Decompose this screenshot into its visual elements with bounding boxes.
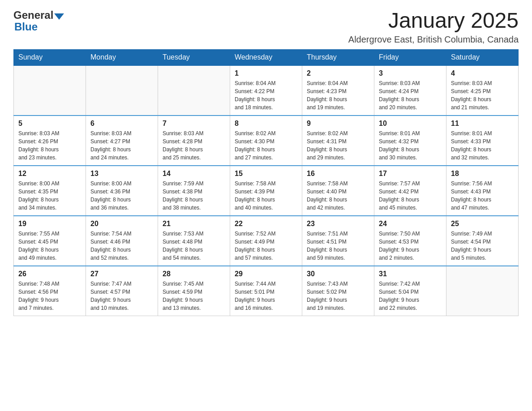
day-info: Sunrise: 8:03 AM Sunset: 4:24 PM Dayligh…: [379, 79, 442, 111]
calendar-cell: [14, 65, 86, 116]
logo-general-text: General: [13, 9, 53, 21]
calendar-cell: 27Sunrise: 7:47 AM Sunset: 4:57 PM Dayli…: [86, 266, 158, 316]
calendar-cell: 6Sunrise: 8:03 AM Sunset: 4:27 PM Daylig…: [86, 116, 158, 166]
calendar-cell: 17Sunrise: 7:57 AM Sunset: 4:42 PM Dayli…: [374, 166, 446, 216]
calendar-cell: 4Sunrise: 8:03 AM Sunset: 4:25 PM Daylig…: [446, 65, 519, 116]
day-number: 29: [235, 270, 297, 278]
calendar-day-header: Tuesday: [158, 49, 230, 65]
day-number: 28: [163, 270, 225, 278]
day-info: Sunrise: 7:47 AM Sunset: 4:57 PM Dayligh…: [90, 280, 153, 312]
day-info: Sunrise: 8:01 AM Sunset: 4:33 PM Dayligh…: [451, 129, 514, 162]
calendar-day-header: Saturday: [446, 49, 519, 65]
day-info: Sunrise: 7:43 AM Sunset: 5:02 PM Dayligh…: [307, 280, 369, 312]
day-info: Sunrise: 8:00 AM Sunset: 4:36 PM Dayligh…: [90, 180, 153, 212]
day-number: 20: [90, 220, 153, 228]
calendar-week-row: 26Sunrise: 7:48 AM Sunset: 4:56 PM Dayli…: [14, 266, 519, 316]
day-info: Sunrise: 7:45 AM Sunset: 4:59 PM Dayligh…: [163, 280, 225, 312]
day-info: Sunrise: 7:51 AM Sunset: 4:51 PM Dayligh…: [307, 230, 369, 262]
day-info: Sunrise: 8:02 AM Sunset: 4:31 PM Dayligh…: [307, 129, 369, 162]
logo-blue-text: Blue: [13, 21, 38, 33]
location-title: Aldergrove East, British Columbia, Canad…: [348, 34, 519, 45]
day-number: 19: [18, 220, 81, 228]
title-section: January 2025 Aldergrove East, British Co…: [348, 9, 519, 45]
calendar-cell: 23Sunrise: 7:51 AM Sunset: 4:51 PM Dayli…: [302, 216, 374, 266]
calendar-cell: 3Sunrise: 8:03 AM Sunset: 4:24 PM Daylig…: [374, 65, 446, 116]
day-number: 23: [307, 220, 369, 228]
logo: General Blue: [13, 9, 64, 33]
calendar-cell: 20Sunrise: 7:54 AM Sunset: 4:46 PM Dayli…: [86, 216, 158, 266]
calendar-cell: 21Sunrise: 7:53 AM Sunset: 4:48 PM Dayli…: [158, 216, 230, 266]
day-number: 4: [451, 69, 514, 77]
day-number: 14: [163, 170, 225, 178]
day-info: Sunrise: 7:59 AM Sunset: 4:38 PM Dayligh…: [163, 180, 225, 212]
day-info: Sunrise: 8:03 AM Sunset: 4:27 PM Dayligh…: [90, 129, 153, 162]
day-number: 5: [18, 120, 81, 128]
day-number: 6: [90, 120, 153, 128]
calendar-cell: 30Sunrise: 7:43 AM Sunset: 5:02 PM Dayli…: [302, 266, 374, 316]
day-number: 21: [163, 220, 225, 228]
day-info: Sunrise: 8:03 AM Sunset: 4:25 PM Dayligh…: [451, 79, 514, 111]
day-info: Sunrise: 7:54 AM Sunset: 4:46 PM Dayligh…: [90, 230, 153, 262]
day-info: Sunrise: 7:52 AM Sunset: 4:49 PM Dayligh…: [235, 230, 297, 262]
page-header: General Blue January 2025 Aldergrove Eas…: [13, 9, 519, 45]
calendar-cell: 24Sunrise: 7:50 AM Sunset: 4:53 PM Dayli…: [374, 216, 446, 266]
day-number: 8: [235, 120, 297, 128]
calendar-cell: [86, 65, 158, 116]
day-number: 7: [163, 120, 225, 128]
calendar-cell: 31Sunrise: 7:42 AM Sunset: 5:04 PM Dayli…: [374, 266, 446, 316]
calendar-cell: 5Sunrise: 8:03 AM Sunset: 4:26 PM Daylig…: [14, 116, 86, 166]
calendar-cell: 26Sunrise: 7:48 AM Sunset: 4:56 PM Dayli…: [14, 266, 86, 316]
calendar-week-row: 12Sunrise: 8:00 AM Sunset: 4:35 PM Dayli…: [14, 166, 519, 216]
calendar-cell: 18Sunrise: 7:56 AM Sunset: 4:43 PM Dayli…: [446, 166, 519, 216]
day-number: 2: [307, 69, 369, 77]
logo-arrow-icon: [54, 13, 64, 20]
day-number: 15: [235, 170, 297, 178]
calendar-day-header: Sunday: [14, 49, 86, 65]
calendar-cell: 19Sunrise: 7:55 AM Sunset: 4:45 PM Dayli…: [14, 216, 86, 266]
day-info: Sunrise: 7:42 AM Sunset: 5:04 PM Dayligh…: [379, 280, 442, 312]
calendar-table: SundayMondayTuesdayWednesdayThursdayFrid…: [13, 49, 519, 316]
day-info: Sunrise: 8:03 AM Sunset: 4:26 PM Dayligh…: [18, 129, 81, 162]
day-number: 12: [18, 170, 81, 178]
day-info: Sunrise: 8:04 AM Sunset: 4:23 PM Dayligh…: [307, 79, 369, 111]
day-info: Sunrise: 8:01 AM Sunset: 4:32 PM Dayligh…: [379, 129, 442, 162]
day-info: Sunrise: 8:00 AM Sunset: 4:35 PM Dayligh…: [18, 180, 81, 212]
day-info: Sunrise: 8:04 AM Sunset: 4:22 PM Dayligh…: [235, 79, 297, 111]
calendar-cell: [446, 266, 519, 316]
day-info: Sunrise: 7:55 AM Sunset: 4:45 PM Dayligh…: [18, 230, 81, 262]
calendar-cell: 10Sunrise: 8:01 AM Sunset: 4:32 PM Dayli…: [374, 116, 446, 166]
calendar-day-header: Friday: [374, 49, 446, 65]
day-info: Sunrise: 7:44 AM Sunset: 5:01 PM Dayligh…: [235, 280, 297, 312]
calendar-cell: 22Sunrise: 7:52 AM Sunset: 4:49 PM Dayli…: [230, 216, 302, 266]
day-info: Sunrise: 7:57 AM Sunset: 4:42 PM Dayligh…: [379, 180, 442, 212]
calendar-cell: 1Sunrise: 8:04 AM Sunset: 4:22 PM Daylig…: [230, 65, 302, 116]
day-info: Sunrise: 8:02 AM Sunset: 4:30 PM Dayligh…: [235, 129, 297, 162]
calendar-cell: 25Sunrise: 7:49 AM Sunset: 4:54 PM Dayli…: [446, 216, 519, 266]
calendar-cell: 9Sunrise: 8:02 AM Sunset: 4:31 PM Daylig…: [302, 116, 374, 166]
calendar-cell: 15Sunrise: 7:58 AM Sunset: 4:39 PM Dayli…: [230, 166, 302, 216]
calendar-day-header: Thursday: [302, 49, 374, 65]
month-title: January 2025: [348, 9, 519, 33]
calendar-cell: 14Sunrise: 7:59 AM Sunset: 4:38 PM Dayli…: [158, 166, 230, 216]
day-number: 9: [307, 120, 369, 128]
day-info: Sunrise: 8:03 AM Sunset: 4:28 PM Dayligh…: [163, 129, 225, 162]
day-info: Sunrise: 7:58 AM Sunset: 4:40 PM Dayligh…: [307, 180, 369, 212]
calendar-cell: 16Sunrise: 7:58 AM Sunset: 4:40 PM Dayli…: [302, 166, 374, 216]
calendar-cell: 13Sunrise: 8:00 AM Sunset: 4:36 PM Dayli…: [86, 166, 158, 216]
day-info: Sunrise: 7:53 AM Sunset: 4:48 PM Dayligh…: [163, 230, 225, 262]
calendar-cell: 2Sunrise: 8:04 AM Sunset: 4:23 PM Daylig…: [302, 65, 374, 116]
day-number: 27: [90, 270, 153, 278]
day-info: Sunrise: 7:50 AM Sunset: 4:53 PM Dayligh…: [379, 230, 442, 262]
calendar-cell: [158, 65, 230, 116]
day-number: 31: [379, 270, 442, 278]
calendar-week-row: 1Sunrise: 8:04 AM Sunset: 4:22 PM Daylig…: [14, 65, 519, 116]
calendar-day-header: Wednesday: [230, 49, 302, 65]
calendar-header-row: SundayMondayTuesdayWednesdayThursdayFrid…: [14, 49, 519, 65]
calendar-cell: 7Sunrise: 8:03 AM Sunset: 4:28 PM Daylig…: [158, 116, 230, 166]
day-number: 30: [307, 270, 369, 278]
day-number: 16: [307, 170, 369, 178]
calendar-week-row: 19Sunrise: 7:55 AM Sunset: 4:45 PM Dayli…: [14, 216, 519, 266]
calendar-cell: 28Sunrise: 7:45 AM Sunset: 4:59 PM Dayli…: [158, 266, 230, 316]
day-number: 3: [379, 69, 442, 77]
calendar-week-row: 5Sunrise: 8:03 AM Sunset: 4:26 PM Daylig…: [14, 116, 519, 166]
